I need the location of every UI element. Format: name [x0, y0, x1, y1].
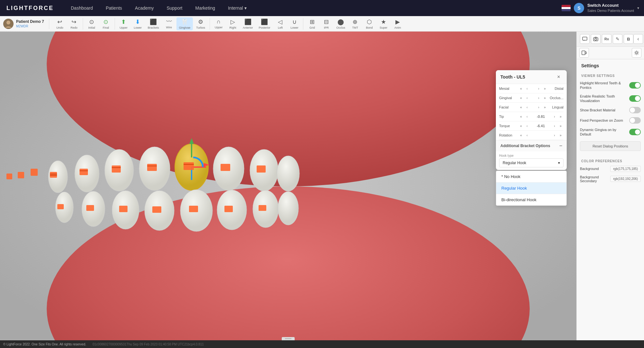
device-icon-button[interactable] — [579, 48, 589, 58]
view-collapse-handle[interactable] — [282, 337, 295, 340]
show-bracket-row: Show Bracket Material — [577, 105, 644, 115]
nav-support[interactable]: Support — [160, 0, 189, 16]
hook-option-regular[interactable]: Regular Hook — [496, 183, 566, 194]
facial-arrows: « ‹ › » — [518, 104, 548, 110]
mesial-right[interactable]: › — [536, 86, 542, 91]
nav-patients[interactable]: Patients — [99, 0, 129, 16]
grid-button[interactable]: ⊞ Grid — [305, 17, 319, 30]
wire-button[interactable]: 〰 Wire — [162, 17, 176, 30]
highlight-mirrored-knob — [635, 83, 640, 88]
undo-button[interactable]: ↩ Undo — [53, 17, 67, 30]
view-anterior-label: Anterior — [243, 26, 253, 29]
initial-button[interactable]: ⊙ Initial — [85, 17, 99, 30]
brackets-label: Brackets — [148, 26, 159, 29]
anim-label: Anim — [394, 26, 401, 29]
occlus-button[interactable]: ⬤ Occlus — [334, 17, 348, 30]
ipr-button[interactable]: ⊟ IPR — [319, 17, 333, 30]
fixed-perspective-toggle[interactable] — [629, 117, 641, 124]
account-dropdown-arrow[interactable]: ▾ — [637, 6, 639, 10]
upper-label: Upper — [119, 26, 128, 29]
show-bracket-toggle[interactable] — [629, 107, 641, 113]
gingival-right[interactable]: › — [536, 95, 542, 101]
view-posterior-button[interactable]: ⬛ Posterior — [256, 17, 273, 30]
hook-dropdown: * No Hook Regular Hook Bi-directional Ho… — [496, 171, 567, 206]
teeth-canvas — [0, 32, 576, 340]
realistic-tooth-toggle[interactable] — [629, 95, 641, 102]
view-right-button[interactable]: ▷ Right — [226, 17, 240, 30]
dynamic-gingiva-toggle[interactable] — [629, 129, 641, 135]
facial-fast-right[interactable]: » — [542, 104, 548, 110]
torque-right[interactable]: › — [552, 123, 557, 129]
tmt-label: TMT — [352, 26, 358, 29]
upper-button[interactable]: ⬆ Upper — [117, 17, 130, 30]
gingivae-button[interactable]: 🦷 Gingivae — [176, 17, 193, 30]
mesial-fast-left[interactable]: « — [518, 86, 524, 91]
b-panel-button[interactable]: B — [624, 34, 633, 44]
final-button[interactable]: ⊙ Final — [99, 17, 113, 30]
torque-fast-left[interactable]: « — [518, 123, 524, 129]
bond-button[interactable]: ⬡ Bond — [363, 17, 376, 30]
edit-panel-button[interactable]: ✎ — [613, 34, 622, 44]
rotation-left[interactable]: ‹ — [524, 132, 530, 138]
viewer-settings-header: Viewer Settings — [577, 72, 644, 79]
svg-point-1 — [6, 21, 10, 24]
hook-option-bidirectional[interactable]: Bi-directional Hook — [496, 194, 566, 205]
rx-panel-button[interactable]: Rx — [602, 34, 611, 44]
gingival-left[interactable]: ‹ — [524, 95, 530, 101]
mesial-left[interactable]: ‹ — [524, 86, 530, 91]
view-left-button[interactable]: ◁ Left — [273, 17, 287, 30]
gingival-fast-left[interactable]: « — [518, 95, 524, 101]
torque-left[interactable]: ‹ — [524, 123, 530, 129]
mesial-fast-right[interactable]: » — [542, 86, 548, 91]
settings-gear-button[interactable] — [632, 48, 641, 58]
logo-area: LIGHTFORCE — [0, 5, 64, 12]
super-button[interactable]: ★ Super — [377, 17, 390, 30]
grid-label: Grid — [309, 26, 315, 29]
background-color-swatch[interactable]: rgb(175,175,185) — [610, 166, 641, 172]
rotation-right[interactable]: › — [552, 132, 557, 138]
main-3d-view[interactable]: Tooth - UL5 × Mesial « ‹ › » Distal Ging… — [0, 32, 576, 340]
tip-fast-left[interactable]: « — [518, 114, 524, 119]
panel-back-button[interactable]: ‹ — [633, 34, 643, 44]
facial-right[interactable]: › — [536, 104, 542, 110]
svg-rect-20 — [50, 175, 57, 176]
tmt-button[interactable]: ⊕ TMT — [348, 17, 362, 30]
tip-fast-right[interactable]: » — [558, 114, 564, 119]
facial-fast-left[interactable]: « — [518, 104, 524, 110]
tip-row: Tip « ‹ -0.81 › » — [496, 112, 567, 121]
nav-internal[interactable]: Internal ▾ — [222, 0, 253, 16]
anim-button[interactable]: ▶ Anim — [391, 17, 404, 30]
redo-button[interactable]: ↪ Redo — [67, 17, 81, 30]
dynamic-gingiva-row: Dynamic Gingiva on by Default — [577, 126, 644, 139]
tip-right[interactable]: › — [552, 114, 557, 119]
nav-dashboard[interactable]: Dashboard — [64, 0, 99, 16]
lower-button[interactable]: ⬇ Lower — [131, 17, 145, 30]
view-lower-button[interactable]: ∪ Lower — [288, 17, 301, 30]
nav-academy[interactable]: Academy — [128, 0, 160, 16]
collapse-bracket-options-icon[interactable]: − — [559, 143, 562, 149]
hook-option-no-hook[interactable]: * No Hook — [496, 171, 566, 182]
chat-panel-button[interactable] — [580, 34, 590, 44]
turbos-button[interactable]: ⚙ Turbos — [194, 17, 208, 30]
torque-fast-right[interactable]: » — [558, 123, 564, 129]
brackets-button[interactable]: ⬛ Brackets — [145, 17, 162, 30]
view-upper-button[interactable]: ∩ Upper — [212, 17, 225, 30]
highlight-mirrored-toggle[interactable] — [629, 82, 641, 89]
tip-left[interactable]: ‹ — [524, 114, 530, 119]
nav-marketing[interactable]: Marketing — [189, 0, 222, 16]
reset-dialog-positions-button[interactable]: Reset Dialog Positions — [580, 141, 641, 151]
hook-type-arrow: ▾ — [558, 161, 560, 165]
view-upper-label: Upper — [215, 26, 223, 29]
gingival-fast-right[interactable]: » — [542, 95, 548, 101]
background-secondary-color-swatch[interactable]: rgb(192,192,206) — [610, 176, 641, 182]
logo: LIGHTFORCE — [6, 5, 54, 12]
nav-links: Dashboard Patients Academy Support Marke… — [64, 0, 557, 16]
rotation-fast-left[interactable]: « — [518, 132, 524, 138]
view-anterior-button[interactable]: ⬛ Anterior — [240, 17, 256, 30]
tooth-panel-close-button[interactable]: × — [555, 73, 562, 80]
rotation-fast-right[interactable]: » — [558, 132, 564, 138]
additional-bracket-options[interactable]: Additional Bracket Options − — [496, 140, 567, 151]
hook-type-select[interactable]: Regular Hook ▾ — [499, 158, 564, 167]
camera-panel-button[interactable] — [591, 34, 601, 44]
facial-left[interactable]: ‹ — [524, 104, 530, 110]
